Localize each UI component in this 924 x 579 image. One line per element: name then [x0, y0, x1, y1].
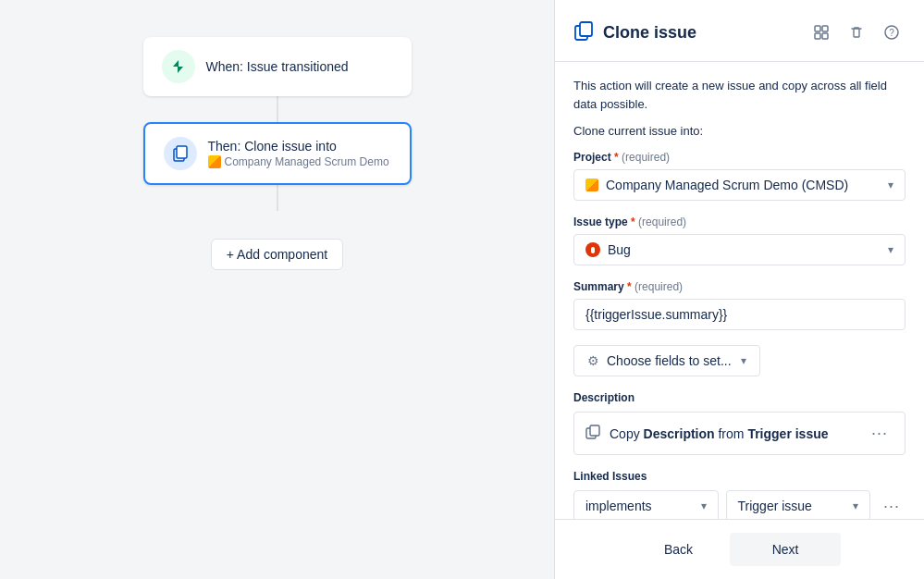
delete-button[interactable]: [843, 18, 870, 46]
linked-issue-arrow: ▾: [853, 499, 858, 512]
linked-type-value: implements: [585, 499, 652, 513]
project-select-value: Company Managed Scrum Demo (CMSD): [606, 178, 848, 192]
action-node-title: Then: Clone issue into: [208, 139, 389, 154]
description-label: Description: [573, 391, 906, 404]
description-row: Copy Description from Trigger issue ···: [573, 412, 906, 455]
project-icon: [208, 155, 221, 168]
connector-line-2: [277, 185, 278, 211]
svg-rect-4: [815, 26, 820, 31]
action-node[interactable]: Then: Clone issue into Company Managed S…: [143, 122, 412, 185]
trigger-node[interactable]: When: Issue transitioned: [143, 37, 412, 96]
linked-type-select[interactable]: implements ▾: [573, 490, 719, 519]
right-panel: Clone issue ?: [554, 0, 924, 579]
linked-issue-value: Trigger issue: [738, 499, 812, 513]
trigger-node-title: When: Issue transitioned: [206, 59, 349, 74]
project-field-label: Project * (required): [573, 151, 906, 164]
panel-title: Clone issue: [603, 23, 798, 43]
issue-type-select-inner: Bug: [585, 242, 881, 257]
svg-rect-7: [822, 33, 828, 39]
issue-type-field-group: Issue type * (required) Bug ▾: [573, 216, 906, 265]
left-panel: When: Issue transitioned Then: Clone iss…: [0, 0, 554, 579]
panel-header-actions: ?: [807, 18, 906, 46]
action-node-subtitle: Company Managed Scrum Demo: [208, 155, 389, 168]
linked-issues-row: implements ▾ Trigger issue ▾ ···: [573, 490, 906, 519]
issue-type-select-arrow: ▾: [888, 243, 893, 256]
description-more-button[interactable]: ···: [866, 422, 893, 445]
description-copy-icon: [585, 425, 600, 443]
panel-body: This action will create a new issue and …: [555, 62, 924, 519]
connector-line-1: [277, 96, 278, 122]
project-select-inner: Company Managed Scrum Demo (CMSD): [585, 178, 881, 192]
choose-fields-arrow: ▾: [741, 354, 746, 367]
choose-fields-button[interactable]: ⚙ Choose fields to set... ▾: [573, 345, 760, 376]
project-select[interactable]: Company Managed Scrum Demo (CMSD) ▾: [573, 169, 906, 201]
project-required-star: *: [614, 151, 619, 164]
issue-type-select[interactable]: Bug ▾: [573, 234, 906, 265]
add-component-button[interactable]: + Add component: [211, 239, 343, 270]
summary-input[interactable]: [573, 299, 906, 330]
issue-type-field-label: Issue type * (required): [573, 216, 906, 228]
gear-icon: ⚙: [587, 353, 599, 368]
svg-rect-3: [580, 22, 592, 36]
svg-rect-5: [822, 26, 828, 31]
project-select-icon: [585, 179, 598, 191]
summary-field-group: Summary * (required): [573, 280, 906, 330]
next-button[interactable]: Next: [730, 533, 841, 566]
svg-text:?: ?: [889, 28, 894, 38]
action-node-icon: [164, 137, 197, 170]
linked-type-arrow: ▾: [701, 499, 707, 512]
back-button[interactable]: Back: [638, 533, 719, 566]
summary-required-star: *: [627, 280, 632, 293]
expand-button[interactable]: [807, 18, 835, 46]
add-component-label: + Add component: [227, 247, 327, 262]
clone-into-label: Clone current issue into:: [573, 124, 906, 138]
description-row-text: Copy Description from Trigger issue: [610, 426, 856, 441]
panel-footer: Back Next: [555, 519, 924, 579]
panel-description: This action will create a new issue and …: [573, 77, 906, 113]
summary-field-label: Summary * (required): [573, 280, 906, 293]
linked-issues-section: Linked Issues implements ▾ Trigger issue…: [573, 470, 906, 519]
help-button[interactable]: ?: [878, 18, 906, 46]
panel-header: Clone issue ?: [555, 0, 924, 62]
trigger-bold: Trigger issue: [747, 426, 828, 441]
project-select-arrow: ▾: [888, 179, 893, 191]
clone-header-icon: [573, 20, 594, 45]
action-node-label: Then: Clone issue into Company Managed S…: [208, 139, 389, 168]
trigger-node-icon: [162, 50, 195, 83]
issue-type-required-star: *: [631, 216, 635, 228]
svg-rect-6: [815, 33, 820, 39]
project-field-group: Project * (required) Company Managed Scr…: [573, 151, 906, 201]
svg-rect-11: [590, 425, 599, 436]
trigger-node-label: When: Issue transitioned: [206, 59, 349, 74]
svg-rect-1: [177, 146, 187, 158]
description-section: Description Copy Description from Trigge…: [573, 391, 906, 455]
description-bold: Description: [644, 426, 715, 441]
linked-issues-label: Linked Issues: [573, 470, 906, 483]
bug-icon: [585, 242, 600, 257]
issue-type-select-value: Bug: [608, 242, 631, 257]
linked-issue-select[interactable]: Trigger issue ▾: [726, 490, 871, 519]
choose-fields-label: Choose fields to set...: [607, 353, 732, 368]
linked-issues-more-button[interactable]: ···: [878, 495, 906, 518]
